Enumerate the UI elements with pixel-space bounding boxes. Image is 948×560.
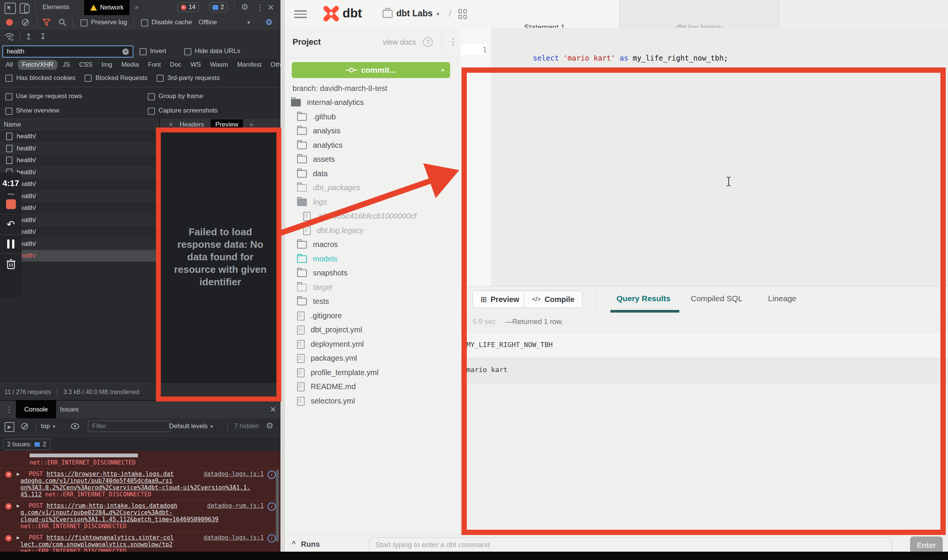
tab-dbt-log-legacy[interactable]: dbt.log.legacy (619, 0, 779, 28)
info-icon[interactable]: i (268, 471, 276, 479)
filter-type-manifest[interactable]: Manifest (233, 60, 266, 70)
account-switcher[interactable]: dbt Labs (396, 8, 433, 19)
request-row-selected[interactable]: health/ (0, 250, 160, 262)
request-url-link[interactable]: lect.com/com.snowplowanalytics.snowplow/… (20, 541, 264, 548)
tree-item-folder[interactable]: macros (297, 238, 338, 252)
console-error-row[interactable]: ✕▶ datadog-rum.js:1 i POST https://rum-h… (0, 500, 280, 532)
console-settings-gear-icon[interactable]: ⚙ (266, 422, 274, 430)
account-chevron-icon[interactable]: ▾ (436, 11, 440, 17)
tree-item-folder[interactable]: dbt_packages (297, 181, 360, 195)
tab-console[interactable]: Console (16, 400, 56, 419)
sql-editor[interactable]: 1 select 'mario kart' as my_life_right_n… (460, 28, 948, 286)
tree-item-file[interactable]: .gitignore (297, 309, 342, 323)
tab-compiled-sql[interactable]: Compiled SQL (691, 294, 743, 303)
issues-count-badge[interactable]: 2 (209, 2, 227, 12)
context-selector[interactable]: top ▼ (41, 422, 56, 430)
filter-type-ws[interactable]: WS (186, 60, 205, 70)
tab-headers[interactable]: Headers (180, 121, 204, 128)
commit-button[interactable]: commit... ▾ (292, 62, 450, 78)
request-url-link[interactable]: cloud-ui%2Cversion%3A1.1.45.112&batch_ti… (20, 516, 264, 523)
devtools-close-icon[interactable]: ✕ (268, 3, 274, 12)
request-url-link[interactable]: on%3A3.0.2%2Cenv%3Aprod%2Cservice%3Adbt-… (20, 484, 264, 491)
eval-context-icon[interactable]: ▶ (5, 422, 14, 432)
throttling-select[interactable]: Offline (199, 19, 217, 26)
request-url-link[interactable]: https://browser-http-intake.logs.dat (47, 471, 174, 477)
clear-icon[interactable] (22, 19, 29, 26)
devtools-menu-icon[interactable]: ⋮ (256, 3, 264, 12)
filter-type-css[interactable]: CSS (75, 60, 97, 70)
filter-type-all[interactable]: All (2, 60, 17, 70)
dbt-logo-icon[interactable] (322, 5, 340, 24)
tab-lineage[interactable]: Lineage (768, 294, 796, 303)
console-error-row[interactable]: ✕▶ datadog-logs.js:1 i POST https://brow… (0, 468, 280, 500)
request-row[interactable]: health/ (0, 167, 160, 178)
tree-item-folder[interactable]: internal-analytics (291, 95, 364, 109)
pause-record-icon[interactable] (0, 239, 22, 249)
request-row[interactable]: health/ (0, 143, 160, 155)
project-menu-icon[interactable]: ⋮ (449, 36, 458, 47)
request-row[interactable]: health/ (0, 202, 160, 214)
tree-item-file[interactable]: README.md (297, 380, 356, 394)
request-url-link[interactable]: https://fishtownanalytics.sinter-col (47, 534, 174, 541)
info-icon[interactable]: i (268, 502, 276, 511)
info-icon[interactable]: i (268, 534, 276, 543)
help-icon[interactable]: ? (423, 37, 433, 47)
tree-item-file[interactable]: dbt_project.yml (297, 323, 362, 337)
tab-preview[interactable]: Preview (211, 119, 242, 130)
eye-icon[interactable] (70, 422, 80, 432)
request-row[interactable]: health/ (0, 226, 160, 238)
record-icon[interactable] (6, 19, 13, 26)
console-clear-icon[interactable] (21, 423, 28, 430)
detail-more-tabs-icon[interactable]: » (250, 121, 253, 128)
tree-item-folder[interactable]: target (297, 280, 332, 294)
tab-issues[interactable]: Issues (60, 406, 78, 413)
expand-triangle-icon[interactable]: ▶ (17, 471, 20, 477)
stop-record-button[interactable] (6, 199, 16, 209)
column-header[interactable]: MY_LIFE_RIGHT_NOW_TBH (466, 341, 553, 349)
requests-name-header[interactable]: Name (0, 119, 160, 130)
tree-item-file[interactable]: deployment.yml (297, 337, 364, 351)
source-link[interactable]: datadog-logs.js:1 (203, 471, 264, 477)
invert-checkbox[interactable] (139, 48, 147, 55)
console-scrollbar[interactable] (276, 470, 279, 542)
expand-triangle-icon[interactable]: ▶ (17, 534, 20, 541)
console-close-icon[interactable]: ✕ (270, 405, 277, 414)
settings-gear-icon[interactable]: ⚙ (241, 3, 249, 11)
filter-type-wasm[interactable]: Wasm (206, 60, 232, 70)
request-row[interactable]: health/ (0, 131, 160, 142)
view-docs-link[interactable]: view docs (383, 38, 416, 47)
source-link[interactable]: datadog-logs.js:1 (203, 534, 264, 541)
clear-filter-icon[interactable]: ✕ (122, 48, 129, 55)
tree-item-file[interactable]: .nfs3665c416bfecb1000000cf (303, 209, 416, 223)
request-row[interactable]: health/ (0, 178, 160, 190)
tab-elements[interactable]: Elements (42, 3, 69, 11)
results-table-row[interactable]: mario kart (460, 358, 948, 383)
network-conditions-icon[interactable]: ⚙ (5, 32, 14, 43)
disable-cache-checkbox[interactable] (141, 19, 148, 27)
runs-drawer-toggle[interactable]: Runs (301, 540, 320, 549)
log-levels-select[interactable]: Default levels ▼ (169, 422, 214, 430)
tab-network[interactable]: Network (84, 0, 130, 15)
filter-type-js[interactable]: JS (58, 60, 74, 70)
restart-record-icon[interactable]: ↶ (0, 219, 22, 229)
tree-item-file[interactable]: dbt.log.legacy (303, 224, 363, 238)
large-rows-checkbox[interactable] (5, 93, 13, 100)
tree-item-folder[interactable]: analytics (297, 138, 343, 152)
tree-item-folder[interactable]: snapshots (297, 266, 347, 280)
filter-type-doc[interactable]: Doc (166, 60, 186, 70)
tree-item-file[interactable]: selectors.yml (297, 394, 355, 408)
expand-triangle-icon[interactable]: ▶ (17, 502, 20, 509)
hide-data-urls-checkbox[interactable] (184, 48, 191, 55)
request-row[interactable]: health/ (0, 155, 160, 166)
issues-summary-bar[interactable]: 2 Issues: 2 (3, 439, 50, 450)
tab-statement-1[interactable]: Statement 1 (470, 0, 619, 28)
request-row[interactable]: health/ (0, 238, 160, 250)
search-icon[interactable] (58, 18, 67, 28)
filter-type-fetch-xhr[interactable]: Fetch/XHR (18, 60, 58, 70)
more-tabs-icon[interactable]: » (135, 3, 138, 11)
dbt-command-input[interactable]: Start typing to enter a dbt command (369, 537, 892, 552)
group-by-frame-checkbox[interactable] (148, 93, 155, 100)
tree-item-folder[interactable]: .github (297, 110, 336, 124)
console-filter-input[interactable]: Filter (88, 421, 171, 432)
filter-type-img[interactable]: Img (97, 60, 116, 70)
